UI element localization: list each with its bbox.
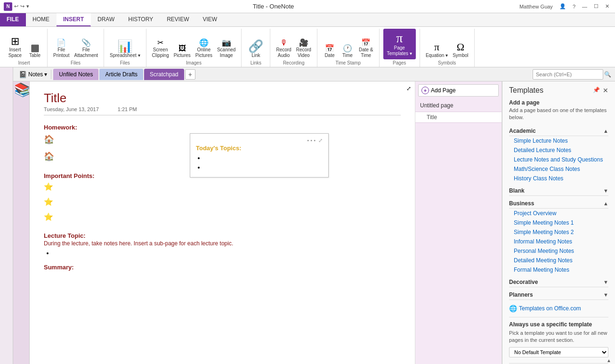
lecture-topic-text: During the lecture, take notes here. Ins… bbox=[44, 240, 401, 247]
tab-review[interactable]: REVIEW bbox=[160, 13, 196, 26]
maximize-btn[interactable]: ☐ bbox=[592, 2, 600, 10]
redo-btn[interactable]: ↪ bbox=[20, 3, 24, 9]
decorative-cat-header[interactable]: Decorative ▼ bbox=[509, 277, 608, 287]
business-cat-header[interactable]: Business ▲ bbox=[509, 199, 608, 209]
template-project-overview[interactable]: Project Overview bbox=[509, 209, 608, 218]
topics-expand-btn[interactable]: ⤢ bbox=[318, 138, 323, 144]
record-video-btn[interactable]: 🎥 RecordVideo bbox=[294, 38, 313, 59]
close-btn[interactable]: ✕ bbox=[603, 2, 611, 10]
links-group-label: Links bbox=[245, 59, 266, 67]
add-tab-btn[interactable]: + bbox=[185, 69, 195, 80]
date-btn[interactable]: 📅 Date bbox=[321, 44, 338, 59]
minimize-btn[interactable]: — bbox=[580, 3, 589, 10]
app-body: 📓 Notes ▾ Unfiled Notes Article Drafts S… bbox=[0, 67, 615, 364]
symbol-btn[interactable]: Ω Symbol bbox=[451, 41, 470, 59]
ribbon-group-timestamp: 📅 Date 🕐 Time 📅 Date &Time Time Stamp bbox=[317, 29, 380, 67]
template-lecture-study[interactable]: Lecture Notes and Study Questions bbox=[509, 155, 608, 164]
table-btn[interactable]: ▦ Table bbox=[26, 42, 43, 59]
screen-clipping-btn[interactable]: ✂ ScreenClipping bbox=[150, 38, 171, 59]
tab-article[interactable]: Article Drafts bbox=[99, 69, 143, 80]
tab-bar: 📓 Notes ▾ Unfiled Notes Article Drafts S… bbox=[13, 67, 615, 81]
tab-scratch[interactable]: Scratchpad bbox=[144, 69, 184, 80]
search-input[interactable] bbox=[533, 69, 603, 80]
ribbon-group-insert: ⊞ InsertSpace ▦ Table Insert bbox=[1, 29, 48, 67]
tab-draw[interactable]: DRAW bbox=[91, 13, 121, 26]
notebook-selector[interactable]: 📓 Notes ▾ bbox=[15, 70, 51, 79]
tab-history[interactable]: HISTORY bbox=[121, 13, 160, 26]
undo-btn[interactable]: ↩ bbox=[14, 3, 18, 9]
insert-space-btn[interactable]: ⊞ InsertSpace bbox=[5, 35, 25, 59]
page-main-title[interactable]: Title bbox=[44, 91, 401, 105]
ribbon-group-links: 🔗 Link Links bbox=[242, 29, 270, 67]
spreadsheet-btn[interactable]: 📊 Spreadsheet ▾ bbox=[108, 39, 142, 59]
link-btn[interactable]: 🔗 Link bbox=[245, 39, 266, 59]
blank-cat-name: Blank bbox=[509, 187, 525, 194]
search-btn[interactable]: 🔍 bbox=[604, 71, 611, 78]
template-formal-meeting[interactable]: Formal Meeting Notes bbox=[509, 265, 608, 275]
page-templates-btn[interactable]: π PageTemplates ▾ bbox=[383, 29, 416, 59]
collapse-ribbon-btn[interactable]: ▲ bbox=[607, 358, 611, 363]
academic-cat-header[interactable]: Academic ▲ bbox=[509, 126, 608, 136]
sidebar-label bbox=[5, 71, 8, 75]
scanned-image-btn[interactable]: 📷 ScannedImage bbox=[215, 38, 237, 59]
file-printout-btn[interactable]: 📄 FilePrintout bbox=[51, 38, 71, 59]
date-time-btn[interactable]: 📅 Date &Time bbox=[357, 38, 375, 59]
tab-home[interactable]: HOME bbox=[26, 13, 57, 26]
expand-page-btn[interactable]: ⤢ bbox=[406, 85, 411, 92]
always-template-desc: Pick a template you want to use for all … bbox=[509, 330, 608, 344]
stars: ⭐ ⭐ ⭐ bbox=[44, 179, 401, 225]
office-link[interactable]: Templates on Office.com bbox=[519, 305, 581, 312]
page-meta: Tuesday, June 13, 2017 1:21 PM bbox=[44, 106, 401, 115]
screen-clipping-icon: ✂ bbox=[157, 39, 163, 47]
summary-section: Summary: bbox=[44, 264, 401, 271]
record-video-icon: 🎥 bbox=[299, 39, 308, 47]
record-audio-btn[interactable]: 🎙 RecordAudio bbox=[274, 38, 293, 59]
template-detailed-meeting[interactable]: Detailed Meeting Notes bbox=[509, 256, 608, 265]
record-audio-icon: 🎙 bbox=[280, 39, 288, 47]
page-content[interactable]: Title Tuesday, June 13, 2017 1:21 PM Hom… bbox=[30, 81, 415, 364]
ribbon-tabs: FILE HOME INSERT DRAW HISTORY REVIEW VIE… bbox=[0, 13, 615, 27]
tab-file[interactable]: FILE bbox=[0, 13, 26, 26]
pictures-btn[interactable]: 🖼 Pictures bbox=[172, 44, 193, 59]
file-attachment-btn[interactable]: 📎 FileAttachment bbox=[72, 38, 100, 59]
topics-box-controls: • • • ⤢ bbox=[196, 138, 323, 144]
add-page-btn[interactable]: + Add Page bbox=[418, 84, 499, 97]
template-dropdown[interactable]: No Default Template bbox=[510, 348, 608, 357]
title-bar-left: N ↩ ↪ ▾ bbox=[4, 2, 29, 11]
category-academic: Academic ▲ Simple Lecture Notes Detailed… bbox=[509, 126, 608, 183]
lecture-bullet-list bbox=[53, 250, 401, 256]
template-simple-meeting-2[interactable]: Simple Meeting Notes 2 bbox=[509, 227, 608, 237]
tab-view[interactable]: VIEW bbox=[196, 13, 224, 26]
page-item-untitled[interactable]: Untitled page bbox=[415, 99, 502, 112]
template-detailed-lecture[interactable]: Detailed Lecture Notes bbox=[509, 146, 608, 155]
template-simple-meeting-1[interactable]: Simple Meeting Notes 1 bbox=[509, 218, 608, 227]
save-btn[interactable]: ▾ bbox=[26, 3, 29, 9]
close-panel-btn[interactable]: ✕ bbox=[603, 87, 608, 94]
academic-items: Simple Lecture Notes Detailed Lecture No… bbox=[509, 136, 608, 183]
date-time-label: Date &Time bbox=[359, 47, 373, 58]
files-group-label: Files bbox=[51, 59, 100, 67]
template-informal-meeting[interactable]: Informal Meeting Notes bbox=[509, 237, 608, 246]
planners-cat-header[interactable]: Planners ▼ bbox=[509, 290, 608, 300]
tab-unfiled[interactable]: Unfiled Notes bbox=[53, 69, 98, 80]
template-math-science[interactable]: Math/Science Class Notes bbox=[509, 164, 608, 174]
equation-btn[interactable]: π Equation ▾ bbox=[424, 41, 450, 59]
ribbon-group-images-items: ✂ ScreenClipping 🖼 Pictures 🌐 OnlinePict… bbox=[150, 29, 238, 59]
ribbon-group-images: ✂ ScreenClipping 🖼 Pictures 🌐 OnlinePict… bbox=[146, 29, 242, 67]
page-item-title[interactable]: Title bbox=[415, 112, 502, 123]
blank-cat-header[interactable]: Blank ▼ bbox=[509, 186, 608, 196]
tab-insert[interactable]: INSERT bbox=[57, 13, 91, 26]
help-btn[interactable]: ? bbox=[571, 3, 577, 10]
pin-panel-btn[interactable]: 📌 bbox=[593, 87, 600, 94]
images-group-label: Images bbox=[150, 59, 238, 67]
add-page-section-desc: Add a page based on one of the templates… bbox=[509, 107, 608, 121]
page-templates-icon: π bbox=[396, 32, 403, 45]
template-history[interactable]: History Class Notes bbox=[509, 174, 608, 183]
lecture-topic-section: Lecture Topic: During the lecture, take … bbox=[44, 232, 401, 256]
template-personal-meeting[interactable]: Personal Meeting Notes bbox=[509, 246, 608, 256]
topics-drag-handle[interactable]: • • • bbox=[307, 138, 316, 144]
online-pictures-btn[interactable]: 🌐 OnlinePictures bbox=[194, 38, 214, 59]
time-btn[interactable]: 🕐 Time bbox=[339, 44, 356, 59]
ribbon-content: ⊞ InsertSpace ▦ Table Insert 📄 FilePrint… bbox=[0, 27, 615, 67]
template-simple-lecture[interactable]: Simple Lecture Notes bbox=[509, 136, 608, 146]
